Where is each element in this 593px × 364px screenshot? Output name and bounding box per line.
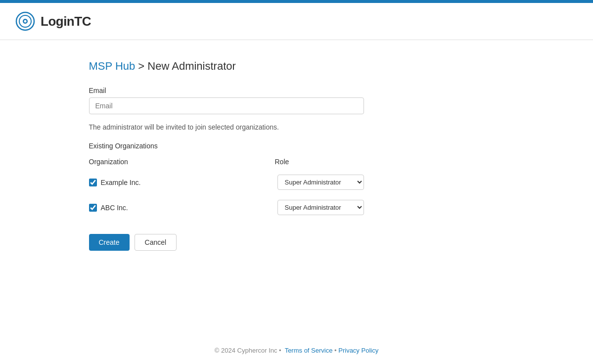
breadcrumb: MSP Hub > New Administrator [89,60,504,73]
create-button[interactable]: Create [89,234,130,251]
email-label: Email [89,87,504,94]
svg-point-3 [24,20,27,23]
footer: © 2024 Cyphercor Inc • Terms of Service … [0,337,593,364]
email-input[interactable] [89,97,364,114]
breadcrumb-separator: > [135,60,147,72]
cancel-button[interactable]: Cancel [135,234,177,251]
role-select-abc-inc[interactable]: Super Administrator Administrator Read O… [277,200,364,215]
footer-copyright: © 2024 Cyphercor Inc • [215,347,281,354]
logintc-logo-icon [15,11,36,32]
header: LoginTC [0,3,593,40]
org-section-title: Existing Organizations [89,142,504,150]
logo-text: LoginTC [41,14,91,29]
org-table-header: Organization Role [89,158,364,170]
role-select-example-inc[interactable]: Super Administrator Administrator Read O… [277,175,364,190]
helper-text: The administrator will be invited to joi… [89,123,504,131]
org-checkbox-abc-inc[interactable] [89,204,97,212]
org-col-header: Organization [89,158,275,166]
logo: LoginTC [15,11,91,32]
privacy-policy-link[interactable]: Privacy Policy [338,347,378,354]
terms-of-service-link[interactable]: Terms of Service [285,347,333,354]
button-group: Create Cancel [89,234,504,251]
org-checkbox-example-inc[interactable] [89,179,97,186]
email-form-group: Email [89,87,504,114]
role-col-header: Role [275,158,364,166]
org-name-abc-inc: ABC Inc. [101,204,128,212]
page-title: New Administrator [147,60,236,72]
org-row-example-inc: Example Inc. Super Administrator Adminis… [89,170,364,195]
org-label-example-inc[interactable]: Example Inc. [89,179,277,186]
breadcrumb-link[interactable]: MSP Hub [89,60,136,72]
main-content: MSP Hub > New Administrator Email The ad… [74,40,519,337]
org-table: Organization Role Example Inc. Super Adm… [89,158,364,220]
org-row-abc-inc: ABC Inc. Super Administrator Administrat… [89,195,364,220]
org-label-abc-inc[interactable]: ABC Inc. [89,204,277,212]
org-name-example-inc: Example Inc. [101,179,141,186]
